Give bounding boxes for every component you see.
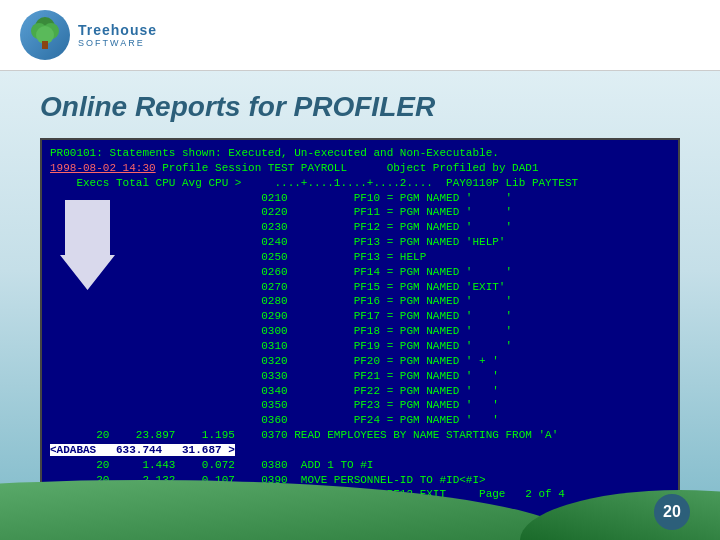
terminal-line-1: PR00101: Statements shown: Executed, Un-… xyxy=(50,146,670,161)
logo-text-area: Treehouse SOFTWARE xyxy=(78,22,157,49)
terminal-line-7: 0240 PF13 = PGM NAMED 'HELP' xyxy=(50,235,670,250)
terminal-line-16: 0330 PF21 = PGM NAMED ' ' xyxy=(50,369,670,384)
terminal-line-15: 0320 PF20 = PGM NAMED ' + ' xyxy=(50,354,670,369)
adabas-highlight: <ADABAS 633.744 31.687 > xyxy=(50,444,235,456)
terminal-line-21: 20 1.443 0.072 0380 ADD 1 TO #I xyxy=(50,458,670,473)
terminal-line-10: 0270 PF15 = PGM NAMED 'EXIT' xyxy=(50,280,670,295)
terminal-line-adabas: <ADABAS 633.744 31.687 > xyxy=(50,443,670,458)
logo-icon xyxy=(20,10,70,60)
terminal-line-11: 0280 PF16 = PGM NAMED ' ' xyxy=(50,294,670,309)
terminal-line-17: 0340 PF22 = PGM NAMED ' ' xyxy=(50,384,670,399)
terminal-window: PR00101: Statements shown: Executed, Un-… xyxy=(40,138,680,525)
terminal-line-19: 0360 PF24 = PGM NAMED ' ' xyxy=(50,413,670,428)
arrow-icon xyxy=(60,200,115,290)
logo-name: Treehouse xyxy=(78,22,157,39)
main-content: Online Reports for PROFILER PR00101: Sta… xyxy=(0,71,720,540)
logo-subtext: SOFTWARE xyxy=(78,38,157,48)
terminal-line-4: 0210 PF10 = PGM NAMED ' ' xyxy=(50,191,670,206)
terminal-line-12: 0290 PF17 = PGM NAMED ' ' xyxy=(50,309,670,324)
svg-rect-4 xyxy=(42,41,48,49)
terminal-line-9: 0260 PF14 = PGM NAMED ' ' xyxy=(50,265,670,280)
terminal-line-18: 0350 PF23 = PGM NAMED ' ' xyxy=(50,398,670,413)
terminal-line-3: Execs Total CPU Avg CPU > ....+....1....… xyxy=(50,176,670,191)
date-highlight: 1998-08-02 14:30 xyxy=(50,162,156,174)
page-number-badge: 20 xyxy=(654,494,690,530)
terminal-line-6: 0230 PF12 = PGM NAMED ' ' xyxy=(50,220,670,235)
svg-marker-5 xyxy=(60,200,115,290)
terminal-line-8: 0250 PF13 = HELP xyxy=(50,250,670,265)
header: Treehouse SOFTWARE xyxy=(0,0,720,71)
terminal-line-14: 0310 PF19 = PGM NAMED ' ' xyxy=(50,339,670,354)
terminal-line-5: 0220 PF11 = PGM NAMED ' ' xyxy=(50,205,670,220)
terminal-line-20: 20 23.897 1.195 0370 READ EMPLOYEES BY N… xyxy=(50,428,670,443)
terminal-line-13: 0300 PF18 = PGM NAMED ' ' xyxy=(50,324,670,339)
logo-area: Treehouse SOFTWARE xyxy=(20,10,157,60)
terminal-line-2: 1998-08-02 14:30 Profile Session TEST PA… xyxy=(50,161,670,176)
page-title: Online Reports for PROFILER xyxy=(40,91,680,123)
